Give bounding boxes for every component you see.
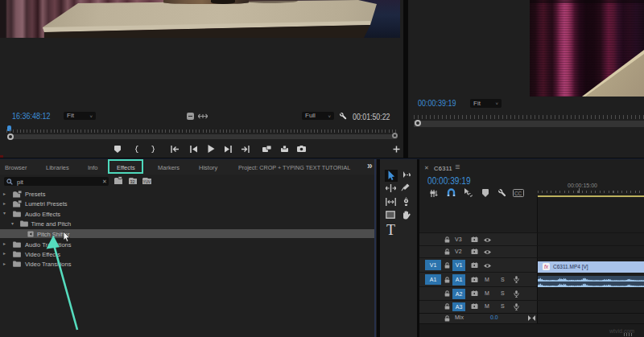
svg-text:CC: CC [514, 191, 522, 196]
svg-text:32: 32 [130, 179, 134, 184]
svg-text:YUV: YUV [143, 180, 151, 184]
